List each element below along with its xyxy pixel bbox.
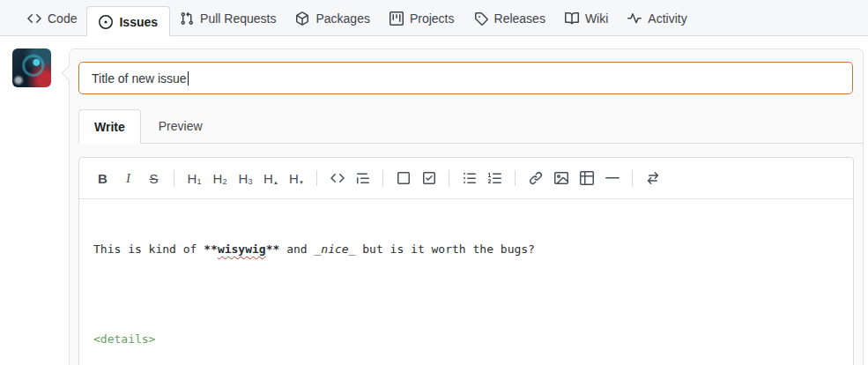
quote-button[interactable]: [350, 166, 375, 191]
checkbox-button[interactable]: [416, 166, 441, 191]
nav-tab-wiki[interactable]: Wiki: [555, 0, 618, 36]
heading-2-button[interactable]: H2: [207, 166, 233, 191]
checkbox-checked-icon: [422, 171, 436, 185]
strikethrough-icon: S: [149, 172, 158, 185]
list-ordered-icon: [488, 171, 502, 185]
heading-1-icon: H: [188, 172, 197, 185]
nav-tab-pull-requests[interactable]: Pull Requests: [170, 0, 286, 36]
git-pull-request-icon: [180, 11, 194, 26]
list-unordered-icon: [463, 171, 477, 185]
markdown-toolbar: B I S H1 H2 H3 H▲ H▼: [79, 158, 853, 199]
strikethrough-button[interactable]: S: [141, 166, 167, 191]
nav-tab-projects[interactable]: Projects: [380, 0, 464, 36]
code-icon: [27, 11, 41, 26]
horizontal-rule-button[interactable]: [599, 166, 625, 191]
heading-2-icon: H: [213, 172, 223, 185]
heading-increase-icon: H: [263, 172, 273, 185]
link-button[interactable]: [523, 166, 548, 191]
nav-tab-releases[interactable]: Releases: [464, 0, 555, 36]
heading-2-sub: 2: [222, 177, 226, 186]
issue-opened-icon: [99, 15, 113, 29]
switch-editor-button[interactable]: [640, 166, 665, 191]
heading-decrease-sub: ▼: [299, 180, 304, 185]
nav-tab-activity[interactable]: Activity: [618, 0, 696, 36]
misspelled-word: wisywig: [218, 242, 266, 256]
nav-tab-label: Activity: [648, 11, 686, 26]
heading-decrease-button[interactable]: H▼: [284, 166, 309, 191]
tab-write[interactable]: Write: [78, 109, 141, 144]
project-icon: [389, 11, 404, 26]
nav-tab-packages[interactable]: Packages: [286, 0, 379, 36]
toolbar-separator: [382, 170, 383, 186]
heading-increase-button[interactable]: H▲: [258, 166, 284, 191]
toolbar-separator: [515, 170, 516, 186]
nav-tab-label: Projects: [410, 11, 455, 26]
toolbar-separator: [449, 170, 449, 186]
image-button[interactable]: [548, 166, 574, 191]
comment-arrow: [62, 66, 77, 81]
nav-tab-label: Code: [48, 11, 77, 26]
nav-tab-label: Releases: [494, 11, 545, 26]
heading-increase-sub: ▲: [273, 180, 278, 185]
package-icon: [295, 11, 309, 26]
markdown-textarea[interactable]: This is kind of **wisywig** and _nice_ b…: [79, 199, 853, 365]
heading-1-sub: 1: [197, 177, 201, 186]
list-ordered-button[interactable]: [482, 166, 508, 191]
quote-icon: [356, 171, 370, 185]
nav-tab-label: Pull Requests: [200, 11, 276, 26]
nav-tab-issues[interactable]: Issues: [86, 6, 170, 36]
italic-icon: I: [126, 172, 130, 185]
switch-editor-icon: [646, 171, 660, 185]
nav-tab-label: Issues: [119, 15, 158, 29]
link-icon: [529, 171, 543, 185]
editor-tab-bar: Write Preview: [78, 109, 863, 144]
editor-line-1: This is kind of **wisywig** and _nice_ b…: [93, 242, 839, 257]
new-issue-form: Title of new issue Write Preview B I S H…: [69, 48, 864, 365]
horizontal-rule-icon: [605, 171, 619, 185]
table-icon: [580, 171, 594, 185]
code-button[interactable]: [324, 166, 350, 191]
toolbar-separator: [632, 170, 633, 186]
heading-3-icon: H: [239, 172, 249, 185]
image-icon: [554, 171, 568, 185]
toolbar-separator: [316, 170, 317, 186]
list-unordered-button[interactable]: [456, 166, 482, 191]
heading-3-sub: 3: [248, 177, 252, 186]
nav-tab-code[interactable]: Code: [18, 0, 86, 36]
square-icon: [397, 171, 411, 185]
tab-preview[interactable]: Preview: [141, 109, 220, 143]
tag-icon: [474, 11, 488, 26]
details-block-button[interactable]: [390, 166, 416, 191]
table-button[interactable]: [574, 166, 599, 191]
pulse-icon: [627, 11, 642, 26]
editor-line-details-open: <details>: [93, 331, 839, 346]
heading-decrease-icon: H: [289, 172, 299, 185]
repo-nav: Code Issues Pull Requests Packages Proje…: [0, 0, 868, 36]
markdown-editor: B I S H1 H2 H3 H▲ H▼: [78, 157, 854, 365]
text-caret: [188, 71, 189, 86]
editor-blank-line: [93, 287, 839, 302]
heading-1-button[interactable]: H1: [182, 166, 207, 191]
user-avatar: [12, 48, 51, 87]
code-icon: [330, 171, 345, 185]
bold-icon: B: [98, 172, 108, 185]
issue-title-input[interactable]: Title of new issue: [78, 62, 853, 94]
bold-button[interactable]: B: [90, 166, 115, 191]
toolbar-separator: [174, 170, 174, 186]
nav-tab-label: Packages: [315, 11, 369, 26]
nav-tab-label: Wiki: [585, 11, 608, 26]
book-icon: [565, 11, 579, 26]
italic-button[interactable]: I: [115, 166, 141, 191]
heading-3-button[interactable]: H3: [233, 166, 258, 191]
issue-title-value: Title of new issue: [92, 71, 187, 86]
